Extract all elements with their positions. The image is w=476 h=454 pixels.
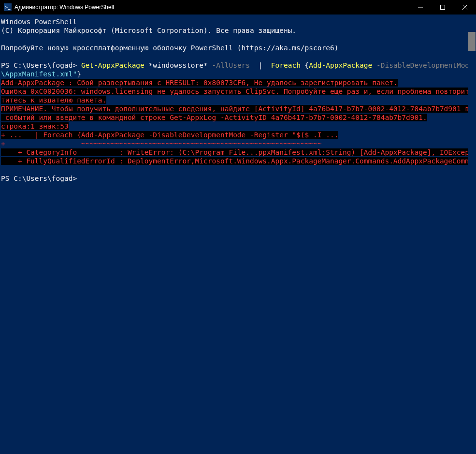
minimize-button[interactable] bbox=[409, 0, 432, 15]
intro-line-3: Попробуйте новую кроссплатформенную обол… bbox=[1, 44, 338, 52]
maximize-icon bbox=[440, 5, 445, 10]
error-line-3a: ПРИМЕЧАНИЕ. Чтобы получить дополнительны… bbox=[1, 105, 476, 113]
error-line-3b: событий или введите в командной строке G… bbox=[1, 114, 427, 121]
cmd-flag-allusers: -AllUsers bbox=[212, 61, 254, 69]
error-line-6: + ~~~~~~~~~~~~~~~~~~~~~~~~~~~~~~~~~~~~~~… bbox=[1, 140, 321, 147]
window-title: Администратор: Windows PowerShell bbox=[14, 4, 409, 11]
cmd-arg-pattern: *windowsstore* bbox=[144, 61, 212, 69]
error-line-4: строка:1 знак:53 bbox=[1, 122, 69, 130]
powershell-window: >_ Администратор: Windows PowerShell Win… bbox=[0, 0, 476, 454]
error-line-8: + FullyQualifiedErrorId : DeploymentErro… bbox=[1, 157, 476, 165]
svg-rect-0 bbox=[441, 5, 445, 10]
prompt-2: PS C:\Users\fogad> bbox=[1, 175, 81, 182]
terminal-output[interactable]: Windows PowerShell (C) Корпорация Майкро… bbox=[1, 17, 468, 454]
error-line-5: + ... | Foreach {Add-AppxPackage -Disabl… bbox=[1, 131, 338, 139]
vertical-scrollbar[interactable] bbox=[468, 15, 476, 454]
prompt-1: PS C:\Users\fogad> bbox=[1, 61, 81, 69]
cmd-flags-register: -DisableDevelopmentMode -Register bbox=[376, 61, 476, 69]
powershell-icon-glyph: >_ bbox=[5, 5, 11, 10]
titlebar[interactable]: >_ Администратор: Windows PowerShell bbox=[0, 0, 476, 15]
minimize-icon bbox=[418, 5, 423, 10]
cmd-pipe: | bbox=[254, 61, 267, 69]
error-line-2a: Ошибка 0xC0020036: windows.licensing не … bbox=[1, 88, 476, 95]
maximize-button[interactable] bbox=[432, 0, 454, 15]
close-icon bbox=[462, 5, 467, 10]
window-controls bbox=[409, 0, 476, 15]
cmd-foreach: Foreach bbox=[267, 61, 305, 69]
close-button[interactable] bbox=[454, 0, 476, 15]
scrollbar-thumb[interactable] bbox=[468, 32, 476, 51]
cmd-get-appxpackage: Get-AppxPackage bbox=[81, 61, 144, 69]
error-line-2b: титесь к издателю пакета. bbox=[1, 96, 106, 104]
powershell-icon: >_ bbox=[4, 3, 12, 11]
cmd-appxmanifest: \AppxManifest.xml" bbox=[1, 70, 77, 78]
intro-line-2: (C) Корпорация Майкрософт (Microsoft Cor… bbox=[1, 27, 296, 34]
error-line-1: Add-AppxPackage : Сбой развертывания с H… bbox=[1, 79, 398, 87]
intro-line-1: Windows PowerShell bbox=[1, 18, 77, 26]
terminal-area[interactable]: Windows PowerShell (C) Корпорация Майкро… bbox=[0, 15, 476, 454]
error-line-7: + CategoryInfo : WriteError: (C:\Program… bbox=[1, 148, 476, 156]
cmd-add-appxpackage: Add-AppxPackage bbox=[309, 61, 376, 69]
cmd-brace-close: } bbox=[77, 70, 81, 78]
